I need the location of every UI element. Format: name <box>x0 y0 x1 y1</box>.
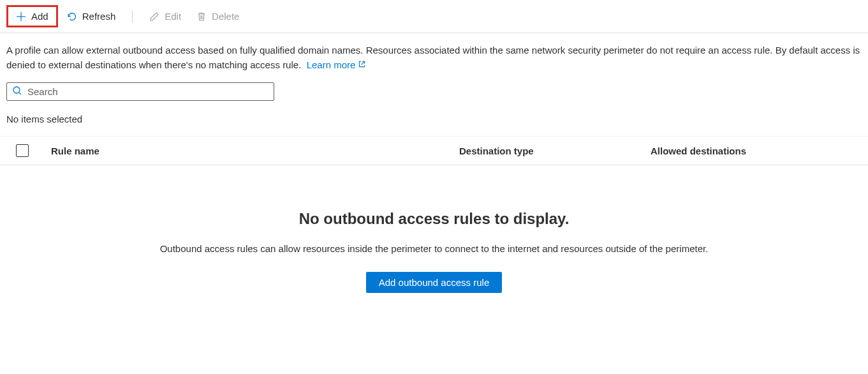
pencil-icon <box>149 11 159 22</box>
learn-more-label: Learn more <box>307 58 356 73</box>
table-header-row: Rule name Destination type Allowed desti… <box>0 136 868 165</box>
column-header-rule-name[interactable]: Rule name <box>38 146 459 156</box>
select-all-cell <box>6 144 38 157</box>
empty-state: No outbound access rules to display. Out… <box>0 165 868 312</box>
add-outbound-rule-button[interactable]: Add outbound access rule <box>366 272 502 293</box>
description-text: A profile can allow external outbound ac… <box>6 45 860 70</box>
toolbar: Add Refresh Edit Delete <box>0 0 868 33</box>
learn-more-link[interactable]: Learn more <box>307 58 367 73</box>
plus-icon <box>16 11 26 22</box>
select-all-checkbox[interactable] <box>16 144 29 157</box>
add-button-label: Add <box>31 11 48 22</box>
add-button[interactable]: Add <box>10 7 55 26</box>
trash-icon <box>196 11 207 22</box>
external-link-icon <box>358 58 366 73</box>
search-box[interactable] <box>6 82 274 101</box>
refresh-button[interactable]: Refresh <box>61 7 122 26</box>
delete-button-label: Delete <box>212 11 239 22</box>
empty-state-title: No outbound access rules to display. <box>13 210 855 228</box>
toolbar-separator <box>132 10 133 23</box>
refresh-icon <box>67 11 77 22</box>
edit-button-label: Edit <box>165 11 181 22</box>
column-header-destination-type[interactable]: Destination type <box>459 146 651 156</box>
svg-line-5 <box>19 93 21 94</box>
svg-point-4 <box>13 87 20 93</box>
search-input[interactable] <box>27 86 268 97</box>
refresh-button-label: Refresh <box>82 11 116 22</box>
search-icon <box>12 86 22 98</box>
empty-state-description: Outbound access rules can allow resource… <box>13 243 855 254</box>
selection-status: No items selected <box>0 107 868 136</box>
search-container <box>0 80 868 107</box>
add-button-highlight: Add <box>6 5 58 27</box>
edit-button: Edit <box>143 7 188 26</box>
profile-description: A profile can allow external outbound ac… <box>0 33 868 80</box>
delete-button: Delete <box>190 7 246 26</box>
column-header-allowed-destinations[interactable]: Allowed destinations <box>651 146 862 156</box>
